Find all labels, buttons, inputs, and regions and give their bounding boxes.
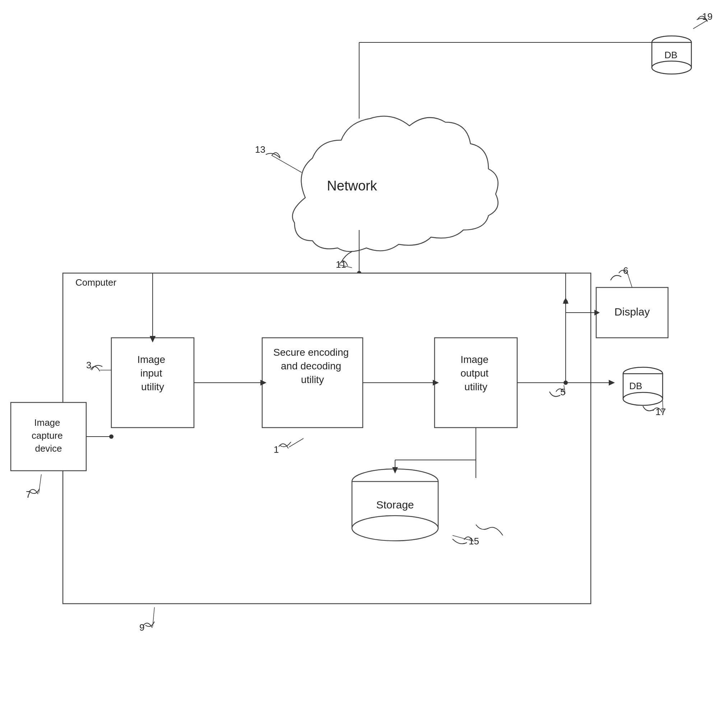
svg-point-42	[109, 434, 114, 439]
ref-9: 9	[139, 622, 144, 633]
computer-label: Computer	[75, 277, 116, 288]
svg-point-2	[652, 61, 691, 74]
db-top-label: DB	[664, 50, 677, 60]
db-right-label: DB	[629, 381, 642, 392]
svg-line-43	[271, 155, 302, 172]
network-label: Network	[327, 178, 377, 194]
svg-line-47	[39, 474, 41, 493]
svg-line-52	[628, 274, 632, 288]
network-cloud	[292, 116, 498, 252]
image-capture-label: Image capture device	[31, 417, 65, 454]
svg-rect-7	[63, 273, 591, 604]
display-label: Display	[614, 306, 650, 318]
image-input-label: Image input utility	[137, 354, 168, 392]
svg-line-53	[693, 20, 707, 29]
ref-13: 13	[255, 144, 265, 155]
svg-point-35	[352, 516, 438, 541]
svg-marker-28	[609, 380, 615, 386]
image-output-label: Image output utility	[460, 354, 491, 392]
svg-point-31	[623, 392, 663, 405]
diagram-svg: DB 19 Network 13 11 Computer Image input…	[0, 0, 728, 714]
svg-line-50	[663, 400, 663, 411]
ref-1: 1	[274, 444, 279, 455]
ref-11: 11	[336, 259, 346, 270]
storage-label: Storage	[376, 499, 414, 511]
